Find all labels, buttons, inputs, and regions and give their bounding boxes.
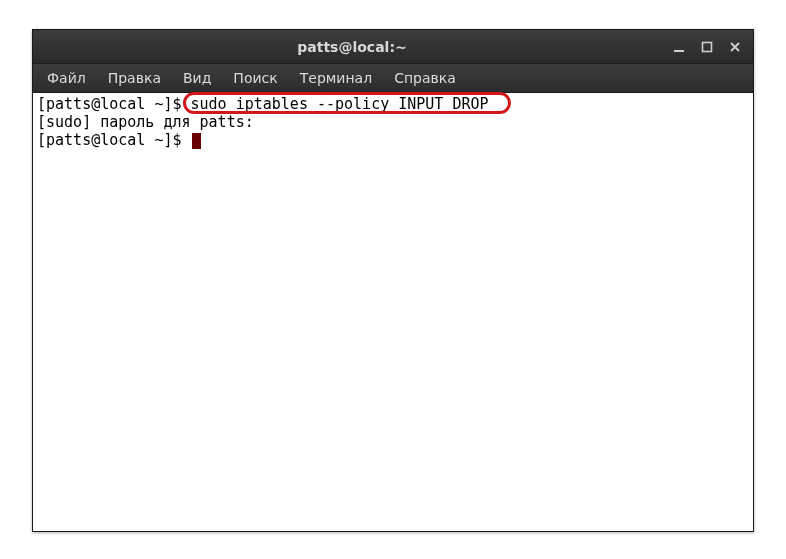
- terminal-line: [patts@local ~]$: [37, 131, 749, 149]
- menu-search[interactable]: Поиск: [223, 67, 287, 89]
- shell-command: sudo iptables --policy INPUT DROP: [191, 95, 489, 113]
- terminal-cursor: [192, 133, 201, 149]
- minimize-icon: [673, 41, 685, 53]
- menu-edit[interactable]: Правка: [98, 67, 171, 89]
- close-button[interactable]: [721, 34, 749, 60]
- terminal-line: [patts@local ~]$ sudo iptables --policy …: [37, 95, 749, 113]
- maximize-button[interactable]: [693, 34, 721, 60]
- svg-rect-0: [674, 50, 684, 52]
- menu-help[interactable]: Справка: [384, 67, 466, 89]
- terminal-output[interactable]: [patts@local ~]$ sudo iptables --policy …: [33, 93, 753, 531]
- close-icon: [729, 41, 741, 53]
- maximize-icon: [701, 41, 713, 53]
- window-titlebar[interactable]: patts@local:~: [33, 30, 753, 64]
- menu-file[interactable]: Файл: [37, 67, 96, 89]
- window-title: patts@local:~: [39, 39, 665, 55]
- minimize-button[interactable]: [665, 34, 693, 60]
- menu-terminal[interactable]: Терминал: [290, 67, 382, 89]
- shell-prompt: [patts@local ~]$: [37, 131, 191, 149]
- menu-view[interactable]: Вид: [173, 67, 221, 89]
- shell-prompt: [patts@local ~]$: [37, 95, 191, 113]
- menu-bar: Файл Правка Вид Поиск Терминал Справка: [33, 64, 753, 93]
- svg-rect-1: [703, 42, 712, 51]
- sudo-password-prompt: [sudo] пароль для patts:: [37, 113, 254, 131]
- terminal-line: [sudo] пароль для patts:: [37, 113, 749, 131]
- terminal-window: patts@local:~ Файл Правка Вид Поиск Терм…: [32, 29, 754, 532]
